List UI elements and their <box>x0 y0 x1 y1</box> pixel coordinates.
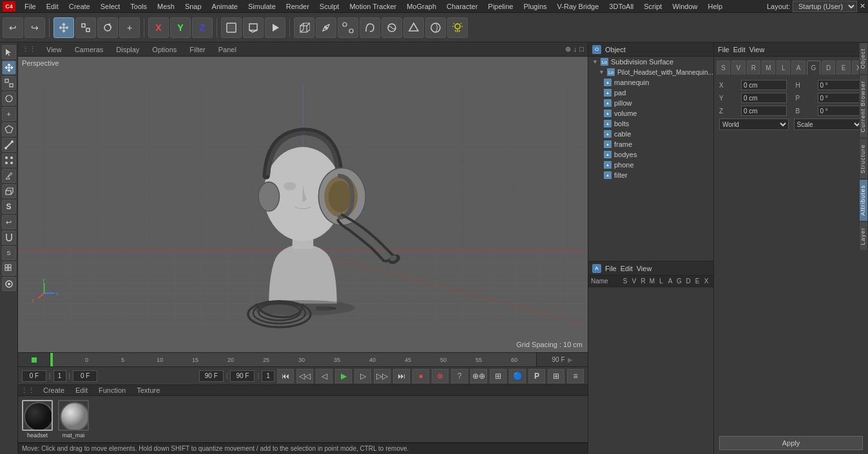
scene-node-phone[interactable]: ▲ phone <box>588 160 713 170</box>
layout-close-icon[interactable]: ✕ <box>860 2 865 10</box>
pen-btn[interactable] <box>316 17 336 38</box>
props-tab-l[interactable]: L <box>776 61 790 75</box>
undo-btn[interactable]: ↩ <box>3 17 23 38</box>
move-tool-btn[interactable] <box>53 17 74 38</box>
list-btn[interactable]: ≡ <box>567 369 584 383</box>
material-item-mat-mai[interactable]: mat_mai <box>58 400 89 439</box>
props-tab-v[interactable]: V <box>731 61 745 75</box>
h-value-input[interactable] <box>818 80 863 90</box>
left-tool-select[interactable] <box>2 45 16 59</box>
scene-node-mannequin[interactable]: ▲ mannequin <box>588 77 713 88</box>
scene-node-volume[interactable]: ▲ volume <box>588 108 713 118</box>
tab-object[interactable]: Object <box>859 43 868 75</box>
props-tab-e[interactable]: E <box>836 61 850 75</box>
scene-node-bodyes[interactable]: ▲ bodyes <box>588 149 713 160</box>
add-btn[interactable]: + <box>119 17 140 38</box>
transport-play[interactable]: ▶ <box>335 369 352 383</box>
menu-help[interactable]: Help <box>703 1 728 12</box>
menu-animate[interactable]: Animate <box>207 1 243 12</box>
menu-render[interactable]: Render <box>281 1 314 12</box>
b-value-input[interactable] <box>818 106 863 116</box>
attr-file[interactable]: File <box>605 265 617 272</box>
viewport-icon-3[interactable]: □ <box>579 45 584 53</box>
bool-btn[interactable] <box>403 17 424 38</box>
left-tool-15[interactable] <box>2 277 16 291</box>
menu-tools[interactable]: Tools <box>125 1 152 12</box>
left-tool-11[interactable]: ↩ <box>2 215 16 229</box>
layout-dropdown[interactable]: Startup (User) <box>793 1 857 12</box>
left-tool-12[interactable] <box>2 231 16 245</box>
timeline-end-arrow[interactable]: ▶ <box>568 356 573 363</box>
menu-pipeline[interactable]: Pipeline <box>483 1 518 12</box>
transport-prev-key[interactable]: ◁◁ <box>296 369 313 383</box>
auto-key-btn[interactable]: ⊗ <box>432 369 448 383</box>
menu-plugins[interactable]: Plugins <box>518 1 552 12</box>
scale-dropdown[interactable]: Scale <box>794 118 863 130</box>
scene-node-pad[interactable]: ▲ pad <box>588 88 713 98</box>
left-tool-14[interactable] <box>2 261 16 276</box>
scene-node-headset-root[interactable]: ▼ Lo Pilot_Headset_with_Mannequin... <box>588 67 713 77</box>
menu-edit[interactable]: Edit <box>41 1 64 12</box>
z-value-input[interactable] <box>741 106 787 116</box>
left-tool-scale[interactable] <box>2 76 16 90</box>
props-file[interactable]: File <box>718 46 729 53</box>
spline-btn[interactable] <box>338 17 358 38</box>
scene-node-frame[interactable]: ▲ frame <box>588 139 713 149</box>
menu-snap[interactable]: Snap <box>180 1 207 12</box>
tab-cameras[interactable]: Cameras <box>72 44 106 55</box>
props-edit[interactable]: Edit <box>733 46 746 53</box>
menu-file[interactable]: File <box>19 1 41 12</box>
timeline-track[interactable]: 0 5 10 15 20 25 30 35 40 45 50 55 60 65 <box>50 353 536 366</box>
help-btn[interactable]: ? <box>451 369 468 383</box>
render-btn[interactable] <box>265 17 285 38</box>
viewport-handle-icon[interactable]: ⋮⋮ <box>22 45 36 53</box>
left-tool-5[interactable] <box>2 122 16 137</box>
array-btn[interactable] <box>381 17 402 38</box>
transport-next-key[interactable]: ▷▷ <box>374 369 391 383</box>
fps-step-input[interactable] <box>262 370 275 382</box>
transport-to-end[interactable]: ⏭ <box>393 369 410 383</box>
left-tool-S2[interactable]: S <box>2 246 16 260</box>
attr-edit[interactable]: Edit <box>621 265 633 272</box>
menu-mesh[interactable]: Mesh <box>152 1 180 12</box>
x-value-input[interactable] <box>741 80 787 90</box>
grid-btn2[interactable]: ⊞ <box>548 369 564 383</box>
scene-node-pillow[interactable]: ▲ pillow <box>588 98 713 108</box>
props-tab-g[interactable]: G <box>807 61 820 75</box>
viewport-icon-2[interactable]: ↓ <box>574 45 577 53</box>
props-tab-d[interactable]: D <box>822 61 835 75</box>
record-btn[interactable]: ● <box>412 369 429 383</box>
mat-panel-handle[interactable]: ⋮⋮ <box>21 386 35 395</box>
scene-node-filter[interactable]: ▲ filter <box>588 170 713 180</box>
menu-motion-tracker[interactable]: Motion Tracker <box>344 1 401 12</box>
menu-create[interactable]: Create <box>64 1 95 12</box>
props-view[interactable]: View <box>749 46 765 53</box>
left-tool-7[interactable] <box>2 153 16 167</box>
world-dropdown[interactable]: World Object <box>719 118 789 130</box>
material-btn[interactable] <box>425 17 446 38</box>
viewport-icon-1[interactable]: ⊕ <box>565 45 571 53</box>
tab-panel[interactable]: Panel <box>216 44 239 55</box>
scale-tool-btn[interactable] <box>75 17 96 38</box>
x-axis-btn[interactable]: X <box>148 17 169 38</box>
left-tool-6[interactable] <box>2 138 16 152</box>
timeline-ruler[interactable]: 0 5 10 15 20 25 30 35 40 45 50 55 60 65 <box>18 352 588 366</box>
z-axis-btn[interactable]: Z <box>192 17 213 38</box>
tab-options[interactable]: Options <box>149 44 179 55</box>
tab-attributes[interactable]: Attributes <box>859 179 868 222</box>
cube-btn[interactable] <box>294 17 314 38</box>
mat-tab-function[interactable]: Function <box>93 385 131 395</box>
frame-step-input[interactable] <box>53 370 66 382</box>
tab-view[interactable]: View <box>44 44 64 55</box>
menu-vray-bridge[interactable]: V-Ray Bridge <box>552 1 604 12</box>
fps-input[interactable] <box>199 370 224 382</box>
menu-script[interactable]: Script <box>639 1 667 12</box>
mat-tab-create[interactable]: Create <box>38 385 70 395</box>
tab-filter[interactable]: Filter <box>187 44 207 55</box>
y-axis-btn[interactable]: Y <box>170 17 191 38</box>
redo-btn[interactable]: ↪ <box>24 17 45 38</box>
mat-tab-texture[interactable]: Texture <box>131 385 165 395</box>
projection-btn[interactable]: P <box>528 369 545 383</box>
pose-btn[interactable]: 🔵 <box>509 369 526 383</box>
left-tool-9[interactable] <box>2 184 16 198</box>
